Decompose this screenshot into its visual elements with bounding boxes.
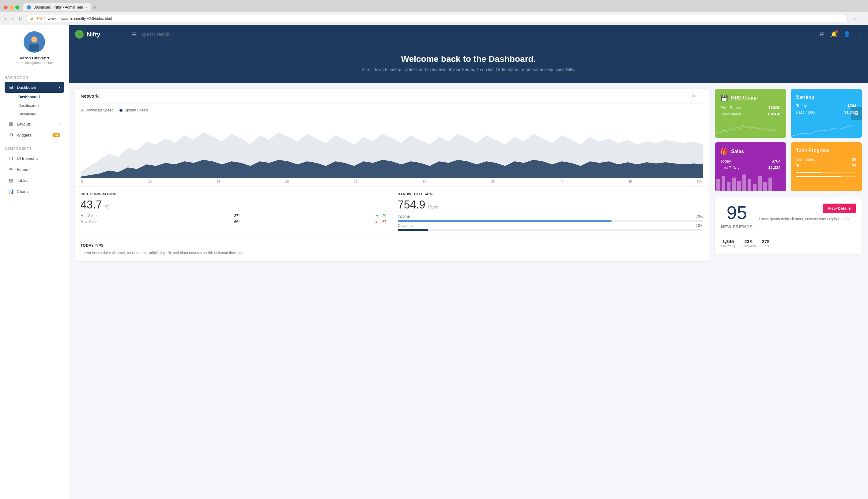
cpu-max-label: Max Values xyxy=(81,220,99,224)
sidebar-item-tables[interactable]: ▤ Tables › xyxy=(4,175,64,186)
task-title: Task Progress xyxy=(796,148,830,154)
earning-today-label: Today xyxy=(796,104,807,108)
outcome-pct: 10% xyxy=(696,223,703,228)
income-pct: 70% xyxy=(696,214,703,219)
sales-last7-value: $1,332 xyxy=(769,165,781,170)
following-value: 1,345 xyxy=(721,239,735,244)
browser-tab[interactable]: Dashboard | Nifty - Admin Tem × xyxy=(23,3,91,11)
sidebar-item-charts[interactable]: 📊 Charts › xyxy=(4,186,64,197)
card-actions: ↻ ⋮ xyxy=(691,94,703,99)
user-icon[interactable]: 👤 xyxy=(844,31,850,38)
avatar-image xyxy=(25,33,44,51)
task-bar-1 xyxy=(796,172,857,173)
settings-gear-icon[interactable]: ⚙ xyxy=(851,107,862,120)
cpu-max-trend: ▲ + 57 xyxy=(375,220,387,224)
app-name: Nifty xyxy=(87,31,100,38)
task-total-row: Total 79 xyxy=(796,163,857,168)
x-label-10: 50+ xyxy=(697,180,703,183)
task-completed-value: 34 xyxy=(852,157,856,162)
reload-button[interactable]: ↻ xyxy=(17,15,23,22)
header-actions: ⊞ 🔔 👤 ⋮ xyxy=(820,31,862,38)
app-logo: 🌿 Nifty xyxy=(75,30,132,39)
cpu-min-value: 27° xyxy=(234,214,240,218)
network-stats: CPU TEMPERATURE 43.7 °C Min Values 27° ▼… xyxy=(75,186,709,238)
friends-stats: 1,345 Following 23K Followers 278 Post xyxy=(721,234,856,248)
earning-mini-chart xyxy=(791,119,852,138)
user-name[interactable]: Aaron Chavez ▾ xyxy=(19,56,49,60)
ui-elements-icon: ◻ xyxy=(8,156,14,161)
friends-card: 95 NEW FRIENDS View Details Lorem ipsum … xyxy=(715,197,862,254)
outcome-fill xyxy=(398,229,429,231)
notifications-icon[interactable]: 🔔 xyxy=(831,31,837,38)
download-legend: Download Speed xyxy=(81,108,113,112)
sidebar-item-layouts[interactable]: ▦ Layouts › xyxy=(4,119,64,130)
sidebar-item-dashboard3[interactable]: Dashboard 3 xyxy=(9,110,64,119)
chevron-icon: ▾ xyxy=(59,85,60,89)
new-tab-button[interactable]: + xyxy=(93,4,96,11)
sidebar-item-dashboard2[interactable]: Dashboard 2 xyxy=(9,101,64,110)
chevron-down-icon: ▾ xyxy=(47,56,49,60)
friends-label: NEW FRIENDS xyxy=(721,224,753,229)
address-bar[interactable]: 🔒 不安全 www.niftyadmin.cn/nifty-v2.9/index… xyxy=(26,15,848,22)
sidebar-item-dashboard[interactable]: ⊞ Dashboard ▾ xyxy=(4,82,64,93)
svg-rect-9 xyxy=(743,174,746,191)
traffic-yellow[interactable] xyxy=(10,5,13,10)
tables-icon: ▤ xyxy=(8,178,14,183)
friends-main: 95 NEW FRIENDS View Details Lorem ipsum … xyxy=(721,204,856,229)
following-key: Following xyxy=(721,244,735,248)
cpu-min-label: Min Values xyxy=(81,214,98,218)
download-dot xyxy=(81,109,84,112)
svg-rect-4 xyxy=(716,179,720,191)
sidebar-item-ui-elements[interactable]: ◻ UI Elements › xyxy=(4,153,64,164)
sidebar-item-label: Dashboard xyxy=(17,85,36,90)
search-input[interactable] xyxy=(136,29,228,39)
dashboard-grid: Network ↻ ⋮ Download Speed xyxy=(69,83,868,267)
widgets-badge: 24 xyxy=(52,133,60,137)
upload-legend: Upload Speed xyxy=(119,108,148,112)
sales-last7-row: Last 7 Day $1,332 xyxy=(720,165,781,170)
tab-close-button[interactable]: × xyxy=(85,5,87,9)
cpu-min-trend: ▼ - 20 xyxy=(375,214,387,218)
hamburger-icon[interactable]: ☰ xyxy=(132,32,136,37)
refresh-icon[interactable]: ↻ xyxy=(691,94,695,99)
grid-icon[interactable]: ⊞ xyxy=(820,31,824,38)
sidebar-item-dashboard1[interactable]: Dashboard 1 xyxy=(9,93,64,101)
security-icon: 🔒 xyxy=(30,16,34,21)
x-label-7: 35 xyxy=(491,180,495,183)
traffic-green[interactable] xyxy=(15,5,19,10)
network-chart: Download Speed Upload Speed xyxy=(75,104,709,186)
tab-favicon xyxy=(27,5,31,10)
svg-point-1 xyxy=(31,36,37,42)
cpu-label: CPU TEMPERATURE xyxy=(81,192,387,196)
hdd-free-label: Free Space xyxy=(720,105,741,110)
traffic-red[interactable] xyxy=(4,5,8,10)
sidebar-item-widgets[interactable]: ⚙ Widgets 24 xyxy=(4,130,64,141)
bandwidth-unit: Mbps xyxy=(428,205,438,209)
view-details-button[interactable]: View Details xyxy=(823,204,856,213)
x-label-6: 30 xyxy=(422,180,426,183)
sidebar-item-label: Charts xyxy=(17,189,28,194)
sales-icon: 🎁 xyxy=(720,148,728,155)
chart-legend: Download Speed Upload Speed xyxy=(81,108,703,112)
more-icon[interactable]: ⋮ xyxy=(699,94,703,99)
search-container xyxy=(136,29,820,39)
browser-menu-icon[interactable]: ⋮ xyxy=(859,16,864,22)
x-label-2: 10 xyxy=(148,180,152,183)
more-options-icon[interactable]: ⋮ xyxy=(856,31,862,38)
income-bar xyxy=(398,220,703,222)
forward-button[interactable]: › xyxy=(10,15,14,22)
earning-last7-label: Last 7 Day xyxy=(796,110,815,114)
sidebar-item-label: Widgets xyxy=(17,133,31,137)
sidebar-item-forms[interactable]: ✏ Forms › xyxy=(4,164,64,175)
forms-icon: ✏ xyxy=(8,167,14,172)
back-button[interactable]: ‹ xyxy=(4,15,8,22)
earning-title: Earning xyxy=(796,94,815,100)
hdd-free-value: 132Gb xyxy=(769,105,781,110)
task-fill-2 xyxy=(796,176,841,177)
hdd-icon: 💾 xyxy=(720,94,728,102)
svg-rect-12 xyxy=(758,176,762,191)
sidebar-profile: Aaron Chavez ▾ aaron.cha@themeon.net xyxy=(0,25,69,71)
hdd-mini-chart xyxy=(715,119,776,138)
bookmark-icon[interactable]: ☆ xyxy=(853,16,857,22)
followers-value: 23K xyxy=(741,239,756,244)
